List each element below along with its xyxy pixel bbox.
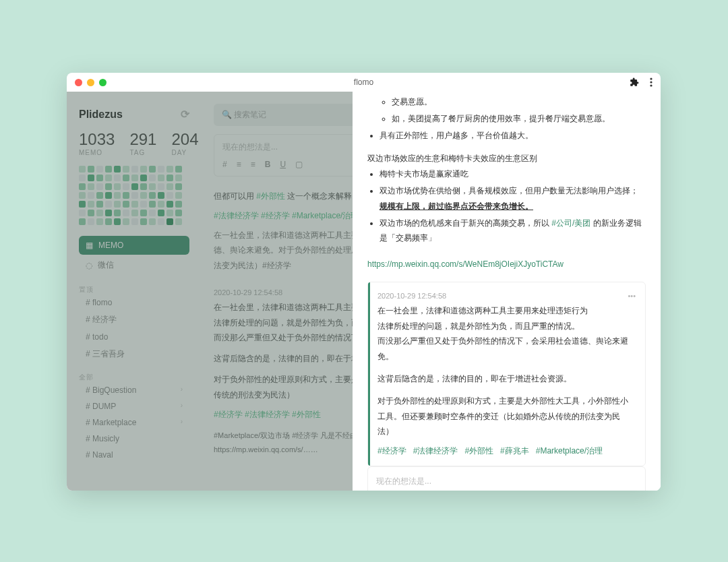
heatmap-cell[interactable]: [149, 183, 156, 190]
heatmap-cell[interactable]: [140, 210, 147, 216]
heatmap-cell[interactable]: [140, 218, 147, 225]
quote-tag[interactable]: #Marketplace/治理: [536, 446, 603, 456]
heatmap-cell[interactable]: [166, 210, 173, 216]
heatmap-cell[interactable]: [158, 175, 164, 181]
heatmap-cell[interactable]: [131, 192, 138, 199]
heatmap-cell[interactable]: [96, 218, 103, 225]
heatmap-cell[interactable]: [175, 218, 182, 225]
heatmap-cell[interactable]: [149, 210, 156, 216]
heatmap-cell[interactable]: [158, 166, 164, 173]
heatmap-cell[interactable]: [175, 192, 182, 199]
heatmap-cell[interactable]: [131, 166, 138, 173]
close-button[interactable]: [75, 79, 82, 86]
heatmap-cell[interactable]: [105, 218, 112, 225]
heatmap-cell[interactable]: [131, 210, 138, 216]
ordered-list-button[interactable]: ≡: [237, 160, 241, 169]
minimize-button[interactable]: [87, 79, 94, 86]
nav-memo[interactable]: ▦ MEMO: [79, 236, 189, 255]
heatmap-cell[interactable]: [88, 183, 94, 190]
heatmap-cell[interactable]: [88, 201, 94, 208]
quote-tag[interactable]: #外部性: [464, 446, 493, 456]
heatmap-cell[interactable]: [166, 218, 173, 225]
heatmap-cell[interactable]: [149, 218, 156, 225]
heatmap-cell[interactable]: [96, 166, 103, 173]
heatmap-cell[interactable]: [149, 166, 156, 173]
heatmap-cell[interactable]: [158, 210, 164, 216]
heatmap-cell[interactable]: [79, 192, 86, 199]
tag-item[interactable]: # todo: [79, 329, 189, 345]
heatmap-cell[interactable]: [158, 183, 164, 190]
heatmap-cell[interactable]: [175, 175, 182, 181]
heatmap-cell[interactable]: [175, 183, 182, 190]
image-button[interactable]: ▢: [295, 160, 303, 169]
heatmap-cell[interactable]: [114, 210, 121, 216]
tag-item[interactable]: # DUMP›: [79, 398, 189, 414]
heatmap-cell[interactable]: [114, 192, 121, 199]
heatmap-cell[interactable]: [79, 201, 86, 208]
heatmap-cell[interactable]: [88, 210, 94, 216]
heatmap-cell[interactable]: [123, 218, 129, 225]
refresh-icon[interactable]: ⟳: [181, 108, 189, 121]
heatmap-cell[interactable]: [140, 175, 147, 181]
heatmap-cell[interactable]: [175, 166, 182, 173]
heatmap-cell[interactable]: [123, 210, 129, 216]
heatmap-cell[interactable]: [96, 175, 103, 181]
heatmap-cell[interactable]: [79, 166, 86, 173]
heatmap-cell[interactable]: [114, 201, 121, 208]
detail-external-link[interactable]: https://mp.weixin.qq.com/s/WeNEm8jOIejiX…: [367, 257, 646, 272]
heatmap-cell[interactable]: [114, 166, 121, 173]
heatmap-cell[interactable]: [79, 210, 86, 216]
heatmap-cell[interactable]: [79, 218, 86, 225]
tag-item[interactable]: # Musicly: [79, 431, 189, 447]
heatmap-cell[interactable]: [79, 183, 86, 190]
heatmap-cell[interactable]: [123, 192, 129, 199]
kebab-menu-icon[interactable]: [650, 77, 653, 87]
detail-b3-tag-link[interactable]: #公司/美团: [551, 218, 590, 228]
quote-tag[interactable]: #薛兆丰: [500, 446, 529, 456]
heatmap-cell[interactable]: [149, 175, 156, 181]
heatmap-cell[interactable]: [140, 201, 147, 208]
heatmap-cell[interactable]: [140, 166, 147, 173]
heatmap-cell[interactable]: [105, 201, 112, 208]
heatmap-cell[interactable]: [131, 201, 138, 208]
heatmap-cell[interactable]: [105, 183, 112, 190]
tag-item[interactable]: # Marketplace›: [79, 414, 189, 431]
heatmap-cell[interactable]: [96, 210, 103, 216]
heatmap-cell[interactable]: [123, 166, 129, 173]
heatmap-cell[interactable]: [88, 218, 94, 225]
heatmap-cell[interactable]: [79, 175, 86, 181]
heatmap-cell[interactable]: [88, 175, 94, 181]
heatmap-cell[interactable]: [114, 175, 121, 181]
tag-item[interactable]: # 经济学: [79, 311, 189, 329]
heatmap-cell[interactable]: [131, 183, 138, 190]
heatmap-cell[interactable]: [166, 175, 173, 181]
heatmap-cell[interactable]: [105, 166, 112, 173]
heatmap-cell[interactable]: [96, 183, 103, 190]
maximize-button[interactable]: [99, 79, 107, 86]
heatmap-cell[interactable]: [175, 210, 182, 216]
quote-more-icon[interactable]: •••: [628, 289, 636, 303]
tag-item[interactable]: # BigQuestion›: [79, 382, 189, 398]
heatmap-cell[interactable]: [88, 166, 94, 173]
tag-item[interactable]: # 三省吾身: [79, 345, 189, 363]
heatmap-cell[interactable]: [158, 192, 164, 199]
heatmap-cell[interactable]: [114, 183, 121, 190]
heatmap-cell[interactable]: [158, 201, 164, 208]
heatmap-cell[interactable]: [131, 175, 138, 181]
heatmap-cell[interactable]: [131, 218, 138, 225]
underline-button[interactable]: U: [280, 160, 286, 169]
heatmap-cell[interactable]: [123, 175, 129, 181]
heatmap-cell[interactable]: [166, 201, 173, 208]
reply-input[interactable]: 现在的想法是...: [367, 466, 646, 491]
heatmap-cell[interactable]: [105, 175, 112, 181]
heatmap-cell[interactable]: [140, 192, 147, 199]
heatmap-cell[interactable]: [166, 183, 173, 190]
heatmap-cell[interactable]: [96, 201, 103, 208]
memo1-inline-tag[interactable]: #外部性: [256, 191, 285, 201]
heatmap-cell[interactable]: [166, 192, 173, 199]
heatmap-cell[interactable]: [149, 201, 156, 208]
extension-icon[interactable]: [630, 77, 639, 87]
heatmap-cell[interactable]: [175, 201, 182, 208]
nav-wechat[interactable]: ◌ 微信: [79, 255, 189, 276]
tag-item[interactable]: # Naval: [79, 447, 189, 463]
